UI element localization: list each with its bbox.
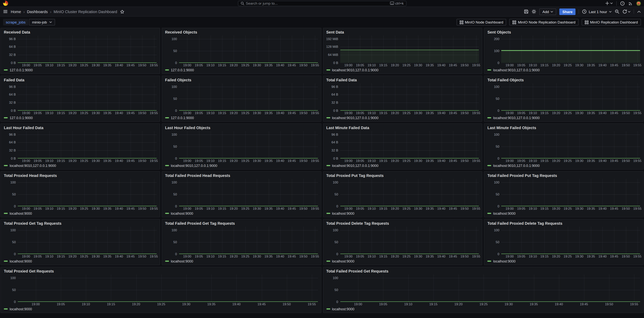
legend-item[interactable]: localhost:9010,127.0.0.1:9000 xyxy=(326,68,378,72)
x-axis: 19:0019:0519:1019:1519:2019:2519:3019:35… xyxy=(179,206,318,211)
panel-total-failed-proxied-get-tag-requests[interactable]: Total Failed Proxied Get Tag Requests100… xyxy=(162,219,322,265)
panel-received-objects[interactable]: Received Objects10050019:0019:0519:1019:… xyxy=(162,28,322,74)
y-tick-label: 100 xyxy=(172,85,177,88)
collapse-toolbar-button[interactable] xyxy=(637,10,641,13)
panel-title[interactable]: Total Proxied Get Tag Requests xyxy=(4,221,157,226)
link-minio-replication-dashboard[interactable]: MinIO Replication Dashboard xyxy=(582,19,641,26)
breadcrumb-dashboards[interactable]: Dashboards xyxy=(27,10,48,14)
legend-item[interactable]: localhost:9010,127.0.0.1:9000 xyxy=(326,116,378,120)
legend-item[interactable]: localhost:9000 xyxy=(165,211,193,215)
legend-item[interactable]: localhost:9010,127.0.0.1:9000 xyxy=(488,116,540,120)
favorite-button[interactable] xyxy=(120,10,124,14)
panel-sent-data[interactable]: Sent Data192 MiB128 MiB64 MiB0 B19:0019:… xyxy=(323,28,482,74)
new-button[interactable] xyxy=(605,1,613,6)
legend-item[interactable]: localhost:9000 xyxy=(326,307,354,311)
panel-sent-objects[interactable]: Sent Objects200100019:0019:0519:1019:151… xyxy=(484,28,644,74)
legend-item[interactable]: localhost:9010,127.0.0.1:9000 xyxy=(488,164,540,168)
panel-title[interactable]: Total Proxied Get Requests xyxy=(4,269,318,274)
add-panel-button[interactable]: Add xyxy=(539,8,556,15)
panel-title[interactable]: Last Minute Failed Data xyxy=(326,125,479,130)
panel-title[interactable]: Total Failed Proxied Delete Tag Requests xyxy=(488,221,640,226)
panel-title[interactable]: Failed Objects xyxy=(165,77,318,82)
grafana-logo-icon[interactable] xyxy=(3,1,8,6)
panel-failed-objects[interactable]: Failed Objects10050019:0019:0519:1019:15… xyxy=(162,76,322,122)
panel-title[interactable]: Last Minute Failed Objects xyxy=(488,125,640,130)
panel-title[interactable]: Sent Objects xyxy=(488,30,640,35)
panel-title[interactable]: Total Failed Proxied Head Requests xyxy=(165,173,318,178)
v-gridline xyxy=(108,36,108,63)
panel-total-proxied-get-tag-requests[interactable]: Total Proxied Get Tag Requests10050019:0… xyxy=(0,219,160,265)
search-box[interactable]: ctrl+k xyxy=(238,1,406,6)
panel-last-hour-failed-objects[interactable]: Last Hour Failed Objects10050019:0019:05… xyxy=(162,123,322,170)
panel-title[interactable]: Total Failed Proxied Get Tag Requests xyxy=(165,221,318,226)
h-gridline xyxy=(502,182,640,183)
save-dashboard-button[interactable] xyxy=(524,9,528,14)
legend-item[interactable]: localhost:9000 xyxy=(4,259,32,263)
search-input[interactable] xyxy=(246,1,388,6)
panel-title[interactable]: Received Data xyxy=(4,30,157,35)
legend-item[interactable]: localhost:9000 xyxy=(4,307,32,311)
legend-item[interactable]: localhost:9000 xyxy=(165,259,193,263)
panel-title[interactable]: Total Failed Data xyxy=(326,77,479,82)
zoom-out-time-button[interactable] xyxy=(615,9,619,14)
share-button[interactable]: Share xyxy=(559,8,576,15)
legend-item[interactable]: localhost:9000 xyxy=(326,211,354,215)
legend-swatch xyxy=(326,69,330,71)
panel-total-proxied-get-requests[interactable]: Total Proxied Get Requests10050019:0019:… xyxy=(0,267,321,313)
panel-title[interactable]: Total Proxied Head Requests xyxy=(4,173,157,178)
panel-title[interactable]: Sent Data xyxy=(326,30,479,35)
panel-title[interactable]: Total Failed Objects xyxy=(488,77,640,82)
legend-item[interactable]: localhost:9000 xyxy=(4,211,32,215)
panel-total-proxied-delete-tag-requests[interactable]: Total Proxied Delete Tag Requests1005001… xyxy=(323,219,482,265)
legend-item[interactable]: 127.0.0.1:9000 xyxy=(4,116,33,120)
time-range-picker[interactable]: Last 1 hour xyxy=(582,9,612,14)
panel-received-data[interactable]: Received Data96 B64 B32 B0 B19:0019:0519… xyxy=(0,28,160,74)
legend-item[interactable]: localhost:9010,127.0.0.1:9000 xyxy=(165,164,217,168)
link-minio-node-replication-dashboard[interactable]: MinIO Node Replication Dashboard xyxy=(510,19,578,26)
panel-title[interactable]: Total Proxied Put Tag Requests xyxy=(326,173,479,178)
panel-total-failed-proxied-head-requests[interactable]: Total Failed Proxied Head Requests100500… xyxy=(162,171,322,217)
panel-total-failed-proxied-get-requests[interactable]: Total Failed Proxied Get Requests1005001… xyxy=(323,267,644,313)
x-tick-label: 19:15 xyxy=(107,302,115,306)
dashboard-settings-button[interactable] xyxy=(532,9,536,14)
breadcrumb-home[interactable]: Home xyxy=(11,10,21,14)
panel-failed-data[interactable]: Failed Data96 B64 B32 B0 B19:0019:0519:1… xyxy=(0,76,160,122)
panel-title[interactable]: Total Failed Proxied Put Tag Requests xyxy=(488,173,640,178)
panel-title[interactable]: Last Hour Failed Data xyxy=(4,125,157,130)
user-avatar[interactable] xyxy=(636,1,641,6)
panel-title[interactable]: Failed Data xyxy=(4,77,157,82)
panel-title[interactable]: Received Objects xyxy=(165,30,318,35)
x-tick-label: 19:35 xyxy=(207,302,216,306)
panel-total-failed-proxied-delete-tag-requests[interactable]: Total Failed Proxied Delete Tag Requests… xyxy=(484,219,644,265)
legend-item[interactable]: localhost:9000 xyxy=(488,211,516,215)
legend-item[interactable]: localhost:9010,127.0.0.1:9000 xyxy=(326,164,378,168)
v-gridline xyxy=(262,274,262,302)
x-tick-label: 19:00 xyxy=(22,111,30,115)
variable-value-dropdown[interactable]: minio-job xyxy=(29,19,55,26)
legend-item[interactable]: localhost:9000 xyxy=(326,259,354,263)
legend-item[interactable]: 127.0.0.1:9000 xyxy=(165,116,194,120)
legend-item[interactable]: localhost:9010,127.0.0.1:9000 xyxy=(4,164,56,168)
panel-last-hour-failed-data[interactable]: Last Hour Failed Data96 B64 B32 B0 B19:0… xyxy=(0,123,160,170)
v-gridline xyxy=(395,227,395,254)
panel-title[interactable]: Last Hour Failed Objects xyxy=(165,125,318,130)
legend-item[interactable]: 127.0.0.1:9000 xyxy=(4,68,33,72)
legend-item[interactable]: localhost:9000 xyxy=(488,259,516,263)
mega-menu-toggle[interactable] xyxy=(3,9,8,14)
panel-total-proxied-head-requests[interactable]: Total Proxied Head Requests10050019:0019… xyxy=(0,171,160,217)
panel-last-minute-failed-data[interactable]: Last Minute Failed Data96 B64 B32 B0 B19… xyxy=(323,123,482,170)
panel-total-failed-objects[interactable]: Total Failed Objects10050019:0019:0519:1… xyxy=(484,76,644,122)
refresh-button[interactable] xyxy=(622,9,630,14)
legend-item[interactable]: localhost:9010,127.0.0.1:9000 xyxy=(488,68,540,72)
panel-title[interactable]: Total Failed Proxied Get Requests xyxy=(326,269,640,274)
panel-last-minute-failed-objects[interactable]: Last Minute Failed Objects10050019:0019:… xyxy=(484,123,644,170)
link-minio-node-dashboard[interactable]: MinIO Node Dashboard xyxy=(456,19,506,26)
v-gridline xyxy=(559,274,559,302)
panel-total-failed-data[interactable]: Total Failed Data96 B64 B32 B0 B19:0019:… xyxy=(323,76,482,122)
news-button[interactable] xyxy=(628,1,633,6)
panel-total-failed-proxied-put-tag-requests[interactable]: Total Failed Proxied Put Tag Requests100… xyxy=(484,171,644,217)
help-button[interactable]: ? xyxy=(620,1,625,6)
legend-item[interactable]: 127.0.0.1:9000 xyxy=(165,68,194,72)
panel-total-proxied-put-tag-requests[interactable]: Total Proxied Put Tag Requests10050019:0… xyxy=(323,171,482,217)
panel-title[interactable]: Total Proxied Delete Tag Requests xyxy=(326,221,479,226)
